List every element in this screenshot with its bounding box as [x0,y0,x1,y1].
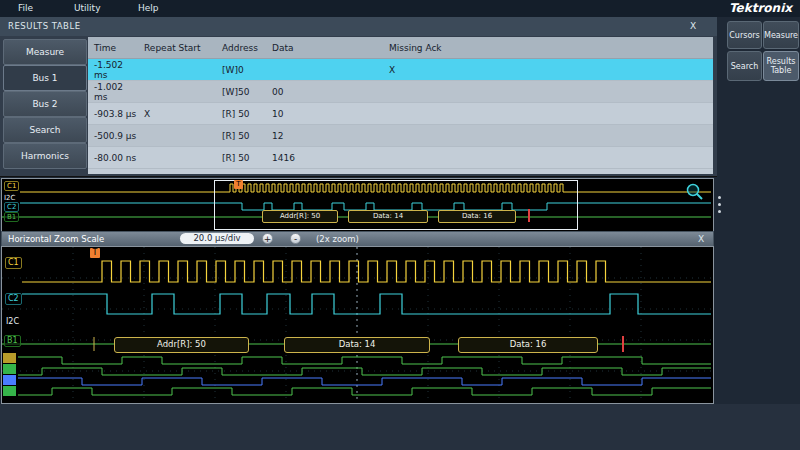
overview-i2c-label: I2C [4,194,15,202]
zoom-scale-value[interactable]: 20.0 µs/div [180,233,254,244]
cell-data: 12 [266,125,383,147]
zoom-close-icon[interactable]: X [698,234,704,244]
overview-stop-marker [528,209,530,222]
tektronix-logo: Tektronix [729,1,792,15]
search-button[interactable]: Search [727,51,762,81]
cell-repeat-start: X [138,103,216,125]
zoom-bar-label: Horizontal Zoom Scale [8,234,104,244]
zoom-i2c-label: I2C [6,317,19,326]
digital-group-handle[interactable] [3,386,16,396]
results-table-panel: RESULTS TABLE X Measure Bus 1 Bus 2 Sear… [0,17,717,177]
zoom-factor-label: (2x zoom) [316,234,359,244]
cell-address: [R] 50 [216,103,266,125]
overview-ch1-label: C1 [4,181,19,191]
cursors-button[interactable]: Cursors [727,21,762,49]
overview-ch2-label: C2 [4,202,19,212]
waveform-overview[interactable]: C1 I2C C2 B1 T Addr[R]: 50 Data: 14 Data… [1,178,714,232]
cell-missing-ack [383,147,713,169]
results-table: Time Repeat Start Address Data Missing A… [88,37,713,174]
zoom-trigger-marker[interactable]: T [90,248,100,258]
results-table-titlebar: RESULTS TABLE X [0,17,717,36]
cell-repeat-start [138,147,216,169]
col-address: Address [216,37,266,59]
zoom-decode-addr: Addr[R]: 50 [114,337,249,353]
results-tab-bus2[interactable]: Bus 2 [3,91,87,117]
menu-utility[interactable]: Utility [74,3,100,13]
col-repeat-start: Repeat Start [138,37,216,59]
cell-time: -80.00 ns [88,147,138,169]
cell-time: -500.9 µs [88,125,138,147]
zoom-stop-marker [622,336,624,352]
measure-button[interactable]: Measure [763,21,799,49]
zoom-waveforms [2,247,711,401]
zoom-b1-label: B1 [4,335,21,347]
results-tab-harmonics[interactable]: Harmonics [3,143,87,169]
digital-group-handle[interactable] [3,375,16,385]
cell-missing-ack [383,81,713,103]
table-header-row: Time Repeat Start Address Data Missing A… [88,37,713,59]
table-row[interactable]: -903.8 µs X [R] 50 10 [88,103,713,125]
cell-repeat-start [138,81,216,103]
cell-missing-ack [383,125,713,147]
digital-group-handle[interactable] [3,364,16,374]
digital-group-handle[interactable] [3,353,16,363]
col-data: Data [266,37,383,59]
zoom-ch1-label: C1 [5,257,22,269]
col-time: Time [88,37,138,59]
cell-data: 10 [266,103,383,125]
results-tab-measure[interactable]: Measure [3,39,87,65]
table-row[interactable]: -1.002 ms [W]50 00 [88,81,713,103]
results-table-close-icon[interactable]: X [690,21,696,31]
cell-missing-ack: X [383,59,713,81]
cell-missing-ack [383,103,713,125]
cell-address: [R] 50 [216,125,266,147]
zoom-ch2-label: C2 [5,293,22,305]
menu-file[interactable]: File [18,3,33,13]
zoom-magnifier-icon[interactable] [686,183,704,201]
menu-bar: File Utility Help [0,0,800,17]
results-table-button[interactable]: Results Table [763,51,799,81]
overview-decode-addr: Addr[R]: 50 [262,210,338,223]
results-tab-search[interactable]: Search [3,117,87,143]
cell-address: [W]50 [216,81,266,103]
overview-decode-data2: Data: 16 [438,210,516,223]
overview-trigger-marker[interactable]: T [234,180,243,189]
cell-data: 00 [266,81,383,103]
cell-time: -903.8 µs [88,103,138,125]
col-missing-ack: Missing Ack [383,37,713,59]
zoom-in-button[interactable]: + [262,233,273,244]
cell-address: [W]0 [216,59,266,81]
cell-data: 1416 [266,147,383,169]
zoom-out-button[interactable]: - [290,233,301,244]
table-row[interactable]: -1.502 ms [W]0 X [88,59,713,81]
table-row[interactable]: -80.00 ns [R] 50 1416 [88,147,713,169]
results-tab-bus1[interactable]: Bus 1 [3,65,87,91]
horizontal-zoom-bar: Horizontal Zoom Scale 20.0 µs/div + - (2… [1,231,714,247]
zoom-decode-data2: Data: 16 [458,337,598,353]
overview-decode-data1: Data: 14 [348,210,428,223]
cell-repeat-start [138,125,216,147]
panel-drawer-handle[interactable] [716,196,722,222]
overview-b1-label: B1 [4,212,19,222]
zoom-waveform-view[interactable]: C1 C2 I2C B1 T Addr[R]: 50 Data: 14 Data… [1,246,714,404]
zoom-decode-data1: Data: 14 [284,337,430,353]
status-bar: Ch 1 5.00 V/div 20 MHz Ch 2 5.00 V/div 3… [0,404,800,450]
cell-data [266,59,383,81]
cell-time: -1.002 ms [88,81,138,103]
cell-repeat-start [138,59,216,81]
table-row[interactable]: -500.9 µs [R] 50 12 [88,125,713,147]
cell-address: [R] 50 [216,147,266,169]
menu-help[interactable]: Help [138,3,159,13]
results-table-title: RESULTS TABLE [8,21,81,31]
cell-time: -1.502 ms [88,59,138,81]
